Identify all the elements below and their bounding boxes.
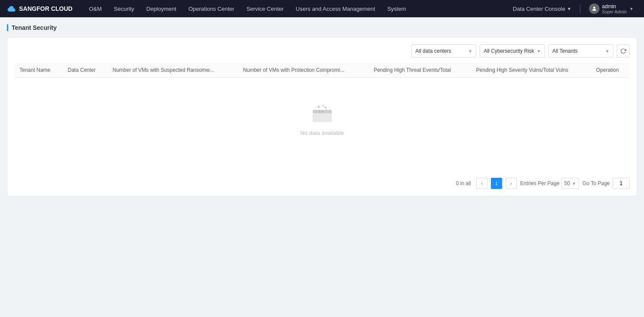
col-data-center: Data Center — [63, 63, 108, 78]
cloud-icon — [7, 4, 16, 13]
page-title-bar: Tenant Security — [7, 24, 637, 31]
brand-name: SANGFOR CLOUD — [19, 5, 73, 12]
goto-page: Go To Page — [583, 178, 630, 189]
user-caret-icon: ▼ — [629, 6, 634, 11]
nav-divider — [580, 4, 580, 13]
refresh-icon — [620, 48, 626, 54]
top-navigation: SANGFOR CLOUD O&M Security Deployment Op… — [0, 0, 644, 17]
col-severity-vulns: Pending High Severity Vulns/Total Vulns — [471, 63, 591, 78]
svg-point-7 — [322, 105, 324, 107]
datacenter-selector[interactable]: Data Center Console ▼ — [509, 0, 575, 17]
page-title: Tenant Security — [12, 24, 57, 31]
main-menu: O&M Security Deployment Operations Cente… — [83, 0, 509, 17]
risk-filter[interactable]: All Cybersecurity Risk ▼ — [480, 45, 545, 58]
svg-point-6 — [317, 106, 320, 108]
menu-item-deployment[interactable]: Deployment — [140, 0, 182, 17]
datacenter-filter-caret-icon: ▼ — [468, 49, 472, 54]
svg-point-0 — [593, 6, 595, 9]
data-table: Tenant Name Data Center Number of VMs wi… — [14, 63, 630, 171]
empty-state: No data available — [14, 78, 630, 171]
filters-row: All data centers ▼ All Cybersecurity Ris… — [14, 45, 630, 58]
empty-row: No data available — [14, 78, 630, 171]
refresh-button[interactable] — [617, 45, 630, 58]
svg-point-3 — [315, 111, 317, 112]
table-header: Tenant Name Data Center Number of VMs wi… — [14, 63, 630, 78]
menu-item-service-center[interactable]: Service Center — [240, 0, 290, 17]
svg-point-8 — [324, 107, 327, 109]
title-accent — [7, 24, 8, 31]
per-page-label: Entries Per Page — [520, 180, 560, 186]
col-tenant-name: Tenant Name — [14, 63, 63, 78]
datacenter-filter-label: All data centers — [415, 48, 465, 54]
datacenter-caret-icon: ▼ — [567, 6, 571, 11]
empty-text: No data available — [300, 130, 343, 136]
svg-point-4 — [318, 111, 320, 112]
per-page-select[interactable]: 50 ▼ — [561, 178, 579, 189]
pagination-next-button[interactable]: › — [506, 178, 517, 189]
main-card: All data centers ▼ All Cybersecurity Ris… — [7, 37, 637, 196]
col-ransomware: Number of VMs with Suspected Ransomw... — [107, 63, 238, 78]
risk-filter-label: All Cybersecurity Risk — [484, 48, 534, 54]
nav-right: Data Center Console ▼ admin Super Admin … — [509, 0, 637, 17]
menu-item-users-access[interactable]: Users and Access Management — [290, 0, 381, 17]
datacenter-label: Data Center Console — [513, 6, 565, 12]
pagination-prev-button[interactable]: ‹ — [476, 178, 487, 189]
menu-item-system[interactable]: System — [381, 0, 412, 17]
datacenter-filter[interactable]: All data centers ▼ — [411, 45, 476, 58]
col-threat-events: Pending High Threat Events/Total — [368, 63, 471, 78]
col-protection: Number of VMs with Protection Compromi..… — [238, 63, 368, 78]
page-content: Tenant Security All data centers ▼ All C… — [0, 17, 644, 317]
svg-point-5 — [321, 111, 323, 112]
per-page-caret-icon: ▼ — [572, 181, 576, 186]
avatar — [589, 3, 599, 14]
pagination-bar: 0 in all ‹ 1 › Entries Per Page 50 ▼ Go … — [14, 178, 630, 189]
menu-item-security[interactable]: Security — [108, 0, 140, 17]
menu-item-om[interactable]: O&M — [83, 0, 108, 17]
goto-page-label: Go To Page — [583, 180, 610, 186]
pagination-page-1[interactable]: 1 — [491, 178, 502, 189]
table-body: No data available — [14, 78, 630, 171]
col-operation: Operation — [591, 63, 630, 78]
risk-filter-caret-icon: ▼ — [537, 49, 541, 54]
tenant-filter-label: All Tenants — [552, 48, 602, 54]
brand-logo[interactable]: SANGFOR CLOUD — [7, 4, 73, 13]
user-menu[interactable]: admin Super Admin ▼ — [586, 3, 637, 14]
pagination-total: 0 in all — [456, 180, 471, 186]
user-role: Super Admin — [602, 10, 627, 14]
user-text: admin Super Admin — [602, 3, 627, 14]
no-data-icon — [309, 104, 335, 125]
goto-page-input[interactable] — [612, 178, 630, 189]
username: admin — [602, 3, 627, 10]
per-page-value: 50 — [564, 180, 570, 186]
tenant-filter[interactable]: All Tenants ▼ — [548, 45, 613, 58]
pagination-per-page: Entries Per Page 50 ▼ — [520, 178, 579, 189]
tenant-filter-caret-icon: ▼ — [605, 49, 609, 54]
menu-item-operations-center[interactable]: Operations Center — [183, 0, 240, 17]
